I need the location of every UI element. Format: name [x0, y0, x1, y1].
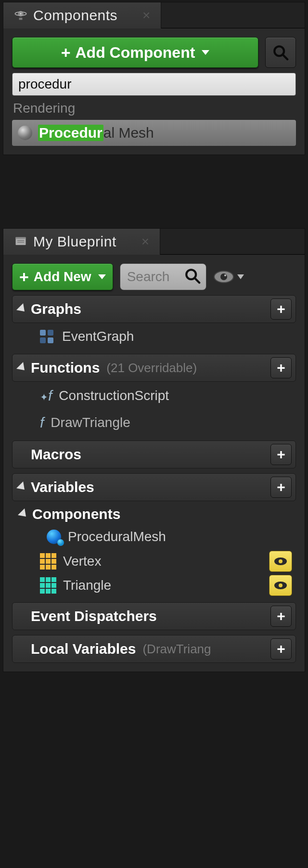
expand-icon — [16, 303, 28, 315]
visibility-filter-button[interactable] — [213, 270, 244, 284]
search-icon — [272, 44, 289, 61]
section-title: Functions — [31, 360, 100, 376]
add-variable-button[interactable]: + — [270, 477, 292, 498]
search-toggle-button[interactable] — [265, 37, 296, 68]
svg-point-17 — [279, 559, 282, 563]
add-new-button[interactable]: + Add New — [12, 263, 113, 290]
section-title: Event Dispatchers — [31, 608, 157, 624]
add-graph-button[interactable]: + — [270, 298, 292, 320]
section-local-variables[interactable]: Local Variables (DrawTriang + — [12, 635, 296, 663]
plus-icon: + — [61, 43, 71, 62]
add-local-var-button[interactable]: + — [270, 638, 292, 660]
section-title: Graphs — [31, 301, 81, 317]
component-mesh-icon — [47, 530, 61, 544]
variable-item-vertex[interactable]: Vertex — [12, 549, 101, 573]
add-new-label: Add New — [34, 269, 91, 285]
result-label: Procedural Mesh — [38, 125, 154, 141]
components-tab[interactable]: Components × — [3, 2, 161, 28]
expand-icon — [18, 508, 29, 520]
components-tab-bar: Components × — [3, 2, 305, 28]
search-result-procedural-mesh[interactable]: Procedural Mesh — [12, 120, 296, 146]
subsection-title: Components — [32, 506, 120, 522]
svg-point-2 — [20, 13, 22, 14]
myblueprint-tab-title: My Blueprint — [33, 233, 116, 250]
myblueprint-panel: My Blueprint × + Add New — [3, 228, 305, 672]
svg-line-11 — [194, 278, 199, 283]
myblueprint-tab[interactable]: My Blueprint × — [3, 229, 160, 255]
component-search-input[interactable] — [12, 73, 296, 96]
category-label: Rendering — [12, 96, 296, 120]
add-macro-button[interactable]: + — [270, 444, 292, 465]
components-panel: Components × + Add Component Rendering P… — [3, 2, 305, 155]
result-rest: al Mesh — [103, 125, 154, 141]
array-icon — [40, 577, 56, 594]
eye-icon — [213, 270, 234, 284]
variable-item-triangle[interactable]: Triangle — [12, 573, 111, 597]
array-icon — [40, 553, 56, 570]
item-label: ConstructionScript — [59, 388, 169, 403]
close-icon[interactable]: × — [142, 8, 150, 23]
section-subtitle: (21 Overridable) — [106, 361, 197, 376]
blueprint-search-wrap — [120, 263, 206, 290]
mesh-icon — [18, 126, 32, 140]
svg-rect-7 — [16, 237, 26, 239]
section-functions[interactable]: Functions (21 Overridable) + — [12, 354, 296, 382]
section-graphs[interactable]: Graphs + — [12, 295, 296, 323]
visibility-toggle-vertex[interactable] — [269, 551, 292, 572]
section-title: Variables — [31, 479, 94, 495]
section-title: Local Variables — [31, 641, 136, 657]
plus-icon: + — [19, 268, 29, 286]
visibility-toggle-triangle[interactable] — [269, 575, 292, 596]
add-component-button[interactable]: + Add Component — [12, 37, 258, 68]
chevron-down-icon — [98, 274, 106, 279]
components-tab-title: Components — [33, 7, 117, 24]
section-macros[interactable]: Macros + — [12, 440, 296, 468]
blueprint-tab-icon — [14, 235, 27, 248]
svg-point-15 — [224, 274, 226, 276]
close-icon[interactable]: × — [141, 234, 149, 249]
section-title: Macros — [31, 446, 81, 463]
item-label: ProceduralMesh — [68, 529, 166, 544]
function-item-constructionscript[interactable]: ✦f ConstructionScript — [12, 382, 296, 409]
result-match: Procedur — [38, 125, 103, 141]
component-item-proceduralmesh[interactable]: ProceduralMesh — [12, 523, 296, 549]
subsection-components[interactable]: Components — [12, 501, 296, 523]
item-label: DrawTriangle — [51, 415, 130, 430]
myblueprint-body: + Add New Graphs + — [3, 255, 305, 672]
section-subtitle: (DrawTriang — [142, 642, 211, 657]
add-dispatcher-button[interactable]: + — [270, 606, 292, 627]
components-tab-icon — [14, 9, 27, 22]
expand-icon — [16, 481, 28, 493]
svg-point-19 — [279, 583, 282, 587]
item-label: Triangle — [63, 578, 111, 593]
eye-icon — [273, 581, 288, 590]
item-label: EventGraph — [62, 329, 134, 344]
svg-line-5 — [282, 54, 287, 59]
function-icon: f — [40, 415, 44, 431]
section-event-dispatchers[interactable]: Event Dispatchers + — [12, 602, 296, 630]
function-item-drawtriangle[interactable]: f DrawTriangle — [12, 409, 296, 436]
svg-rect-3 — [19, 17, 23, 20]
add-component-label: Add Component — [76, 44, 195, 62]
chevron-down-icon — [237, 274, 244, 279]
item-label: Vertex — [63, 554, 101, 569]
add-function-button[interactable]: + — [270, 357, 292, 378]
graph-item-eventgraph[interactable]: EventGraph — [12, 323, 296, 349]
expand-icon — [16, 362, 28, 374]
search-icon — [184, 268, 201, 286]
chevron-down-icon — [202, 50, 209, 55]
eventgraph-icon — [40, 330, 55, 343]
myblueprint-tab-bar: My Blueprint × — [3, 229, 305, 255]
function-override-icon: ✦f — [40, 388, 52, 404]
section-variables[interactable]: Variables + — [12, 473, 296, 501]
eye-icon — [273, 557, 288, 566]
components-panel-body: + Add Component Rendering Procedural Mes… — [3, 28, 305, 155]
svg-point-14 — [220, 273, 227, 280]
